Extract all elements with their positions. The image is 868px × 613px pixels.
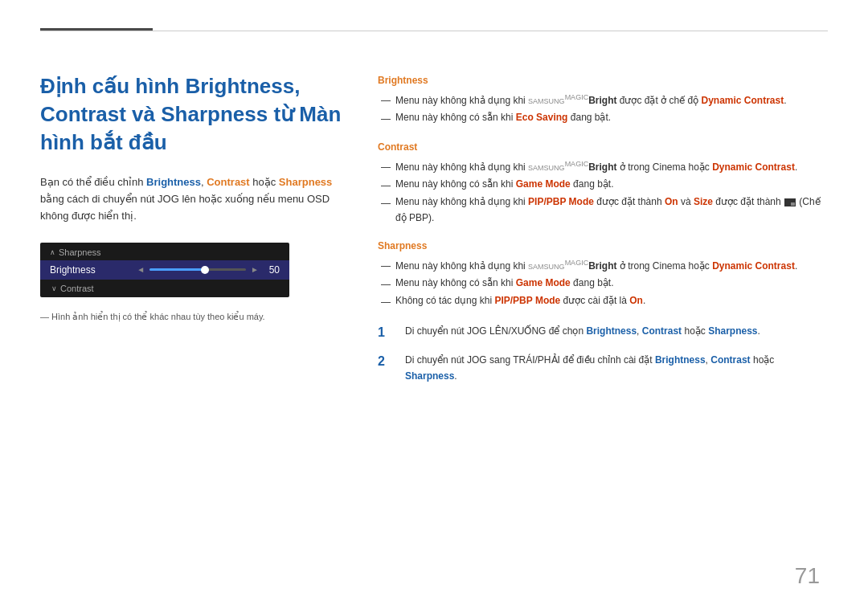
brightness-bullet-2: — Menu này không có sẵn khi Eco Saving đ…: [378, 110, 828, 127]
contrast-bullet-2: — Menu này không có sẵn khi Game Mode đa…: [378, 177, 828, 194]
page-container: Định cấu hình Brightness, Contrast và Sh…: [0, 0, 868, 613]
osd-contrast-row: ∨ Contrast: [40, 280, 289, 297]
dash-icon-7: —: [381, 276, 391, 292]
contrast-bullet-3: — Menu này không khả dụng khi PIP/PBP Mo…: [378, 194, 828, 227]
sharpness-highlight: Sharpness: [279, 176, 332, 188]
dash-icon-4: —: [381, 178, 391, 194]
dash-icon-5: —: [381, 195, 391, 211]
page-number: 71: [795, 563, 820, 589]
osd-chevron-down: ∨: [51, 284, 57, 292]
sharpness-section-title: Sharpness: [378, 238, 828, 254]
sharpness-text-1: Menu này không khả dụng khi SAMSUNGMAGIC…: [395, 257, 828, 275]
brightness-text-1: Menu này không khả dụng khi SAMSUNGMAGIC…: [395, 92, 828, 109]
top-divider-line: [40, 31, 828, 31]
left-column: Định cấu hình Brightness, Contrast và Sh…: [40, 72, 346, 396]
step-1-number: 1: [378, 324, 397, 341]
step-1-text: Di chuyển nút JOG LÊN/XUỐNG để chọn Brig…: [405, 324, 760, 340]
contrast-text-3: Menu này không khả dụng khi PIP/PBP Mode…: [395, 194, 828, 227]
osd-brightness-value: 50: [264, 264, 280, 276]
dash-icon-3: —: [381, 159, 391, 175]
step-2-text: Di chuyển nút JOG sang TRÁI/PHẢI để điều…: [405, 353, 828, 385]
sharpness-bullet-2: — Menu này không có sẵn khi Game Mode đa…: [378, 276, 828, 292]
sharpness-bullet-1: — Menu này không khả dụng khi SAMSUNGMAG…: [378, 257, 828, 275]
osd-brightness-row: Brightness ◄ ► 50: [40, 260, 289, 280]
osd-menu-mockup: ∧ Sharpness Brightness ◄ ► 50: [40, 243, 289, 297]
brightness-text-2: Menu này không có sẵn khi Eco Saving đan…: [395, 110, 828, 126]
osd-slider-fill: [149, 268, 203, 271]
osd-arrow-right: ►: [251, 265, 259, 274]
osd-header-row: ∧ Sharpness: [40, 243, 289, 260]
intro-paragraph: Bạn có thể điều chỉnh Brightness, Contra…: [40, 174, 346, 224]
step-1: 1 Di chuyển nút JOG LÊN/XUỐNG để chọn Br…: [378, 324, 828, 341]
osd-arrow-left: ◄: [137, 265, 145, 274]
sharpness-bullet-3: — Không có tác dụng khi PIP/PBP Mode đượ…: [378, 293, 828, 310]
osd-slider-container: ◄ ► 50: [137, 264, 280, 276]
step-2: 2 Di chuyển nút JOG sang TRÁI/PHẢI để đi…: [378, 353, 828, 385]
osd-sharpness-label: Sharpness: [59, 247, 280, 257]
contrast-bullet-1: — Menu này không khả dụng khi SAMSUNGMAG…: [378, 158, 828, 176]
dash-icon-8: —: [381, 294, 391, 310]
page-title: Định cấu hình Brightness, Contrast và Sh…: [40, 72, 346, 157]
contrast-text-1: Menu này không khả dụng khi SAMSUNGMAGIC…: [395, 158, 828, 176]
osd-brightness-label: Brightness: [50, 264, 137, 276]
dash-icon-6: —: [381, 258, 391, 274]
step-2-number: 2: [378, 353, 397, 370]
contrast-section-title: Contrast: [378, 139, 828, 155]
osd-slider-thumb: [201, 266, 209, 274]
dash-icon-2: —: [381, 111, 391, 127]
osd-slider-track: [149, 268, 246, 271]
dash-icon-1: —: [381, 92, 391, 108]
brightness-highlight: Brightness: [146, 176, 201, 188]
content-wrapper: Định cấu hình Brightness, Contrast và Sh…: [40, 72, 828, 396]
footnote-text: — Hình ảnh hiển thị có thể khác nhau tùy…: [40, 310, 346, 324]
osd-contrast-label: Contrast: [60, 284, 278, 293]
sharpness-text-2: Menu này không có sẵn khi Game Mode đang…: [395, 276, 828, 292]
contrast-text-2: Menu này không có sẵn khi Game Mode đang…: [395, 177, 828, 193]
brightness-bullet-1: — Menu này không khả dụng khi SAMSUNGMAG…: [378, 92, 828, 109]
numbered-steps: 1 Di chuyển nút JOG LÊN/XUỐNG để chọn Br…: [378, 324, 828, 385]
sharpness-text-3: Không có tác dụng khi PIP/PBP Mode được …: [395, 293, 828, 309]
contrast-highlight: Contrast: [207, 176, 249, 188]
osd-chevron-up: ∧: [50, 248, 55, 256]
right-column: Brightness — Menu này không khả dụng khi…: [378, 72, 828, 396]
brightness-section-title: Brightness: [378, 72, 828, 88]
